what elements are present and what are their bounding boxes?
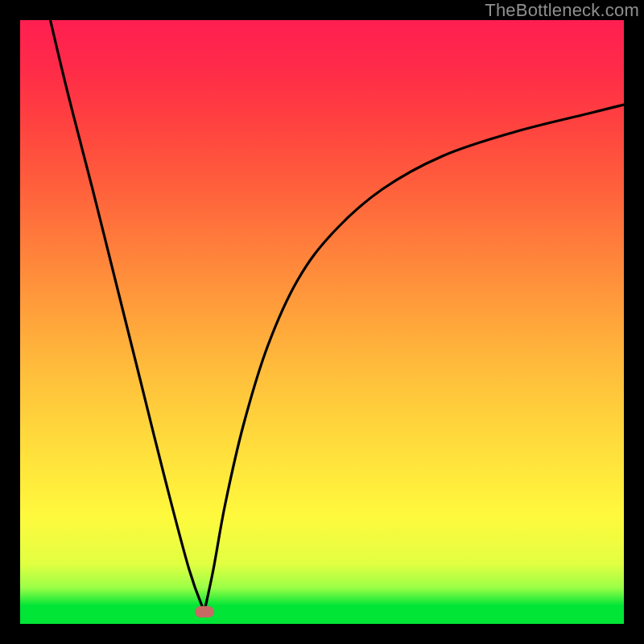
curve-right-arm: [204, 105, 624, 612]
watermark-text: TheBottleneck.com: [485, 0, 639, 21]
chart-plot-area: [20, 20, 624, 624]
curve-svg: [20, 20, 624, 624]
chart-frame: TheBottleneck.com: [0, 0, 644, 644]
curve-left-arm: [51, 20, 204, 612]
optimal-point-marker: [195, 606, 214, 617]
